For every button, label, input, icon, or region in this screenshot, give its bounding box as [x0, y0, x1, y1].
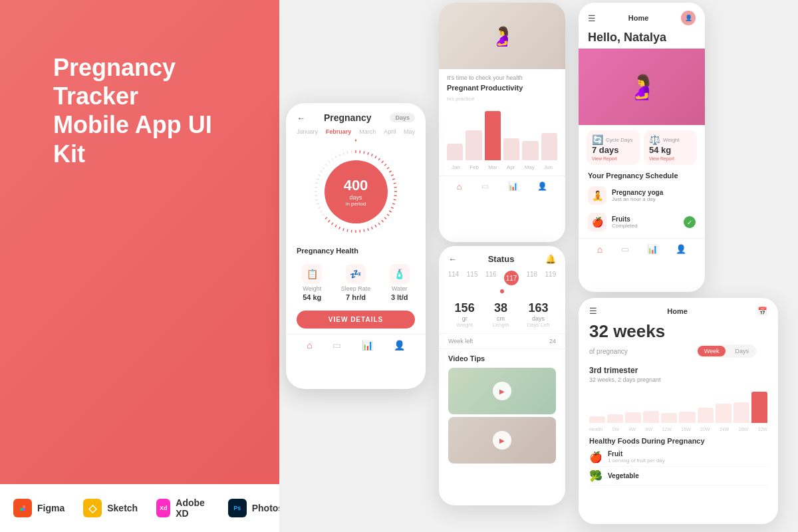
nav4-chart-icon[interactable]: 📊	[647, 244, 658, 255]
svg-line-27	[378, 223, 380, 225]
label-20w: 20W	[700, 427, 710, 432]
weight-link[interactable]: View Report	[649, 156, 692, 161]
phone4-nav-label: Home	[628, 14, 649, 22]
phone1-nav: ⌂ ▭ 📊 👤	[286, 334, 426, 353]
back-arrow-icon[interactable]: ←	[297, 113, 305, 123]
trimester-sub: 32 weeks, 2 days pregnant	[579, 376, 778, 386]
svg-line-7	[372, 154, 373, 156]
days-left-val: 163	[527, 301, 550, 315]
fruit-desc: 1 serving of fruit per day	[608, 458, 665, 464]
health-check-subtitle: It's time to check your health	[439, 69, 565, 82]
stat-weight: 📋 Weight 54 kg	[302, 264, 322, 301]
phone5-nav-label: Home	[667, 307, 688, 315]
weight-label: Weight	[303, 285, 321, 292]
month-feb[interactable]: February	[326, 128, 352, 135]
bar-may	[522, 141, 538, 160]
tool-bar: Figma ◇ Sketch Xd Adobe XD Ps Photoshop	[0, 484, 279, 532]
trimester-label: 3rd trimester	[579, 360, 778, 376]
num-118[interactable]: 118	[526, 271, 537, 285]
tool-figma: Figma	[13, 499, 65, 517]
water-icon: 🧴	[390, 264, 410, 284]
weight-val: 156	[455, 301, 475, 315]
nav2-home-icon[interactable]: ⌂	[457, 182, 462, 192]
bar-feb	[466, 130, 481, 160]
nav2-calendar-icon[interactable]: ▭	[481, 182, 489, 192]
preg-bar-2	[625, 412, 641, 423]
svg-line-5	[364, 151, 364, 154]
tab-days[interactable]: Days	[728, 346, 755, 356]
video-tips-title: Video Tips	[439, 349, 565, 365]
nav4-profile-icon[interactable]: 👤	[676, 244, 686, 255]
label-feb: Feb	[469, 164, 479, 170]
nav4-home-icon[interactable]: ⌂	[597, 244, 602, 255]
svg-line-59	[339, 154, 340, 156]
num-116[interactable]: 116	[485, 271, 497, 285]
nav-home-icon[interactable]: ⌂	[307, 340, 312, 350]
productivity-chart	[439, 103, 565, 163]
weeks-title: 32 weeks	[579, 319, 778, 344]
nav2-chart-icon[interactable]: 📊	[508, 182, 518, 192]
menu-icon[interactable]: ☰	[588, 13, 596, 23]
video-thumb-2[interactable]: ▶	[448, 417, 556, 464]
play-btn-1[interactable]: ▶	[493, 382, 511, 400]
svg-line-23	[389, 211, 391, 212]
label-32w: 32W	[758, 427, 767, 432]
month-mar[interactable]: March	[359, 128, 376, 135]
phone5-weeks: ☰ Home 📅 32 weeks of pregnancy Week Days…	[579, 298, 778, 524]
cycle-link[interactable]: View Report	[592, 156, 634, 161]
preg-bar-8	[733, 402, 749, 423]
greeting: Hello, Natalya	[579, 28, 705, 49]
view-details-button[interactable]: VIEW DETAILS	[297, 311, 415, 329]
xd-label: Adobe XD	[176, 497, 209, 519]
svg-line-9	[378, 158, 380, 160]
svg-line-50	[315, 183, 318, 184]
nav4-calendar-icon[interactable]: ▭	[621, 244, 629, 255]
month-apr[interactable]: April	[384, 128, 396, 135]
num-114[interactable]: 114	[448, 271, 460, 285]
back-arrow2-icon[interactable]: ←	[448, 254, 457, 264]
svg-line-40	[329, 220, 331, 222]
num-117-active[interactable]: 117	[504, 271, 519, 285]
status-stats: 156 gr Weight 38 cm Length 163 days Days…	[439, 296, 565, 334]
nav-profile-icon[interactable]: 👤	[394, 340, 405, 350]
ps-icon: Ps	[228, 499, 247, 517]
sketch-label: Sketch	[107, 503, 138, 513]
nav-calendar-icon[interactable]: ▭	[332, 340, 341, 350]
metric-cycle: 🔄 Cycle Days 7 days View Report	[587, 130, 640, 165]
week-tabs: Week Days	[696, 344, 757, 358]
label-may: May	[525, 164, 535, 170]
svg-line-52	[318, 175, 321, 176]
num-119[interactable]: 119	[545, 271, 557, 285]
menu-icon2[interactable]: ☰	[589, 306, 597, 316]
metrics-row: 🔄 Cycle Days 7 days View Report ⚖️ Weigh…	[579, 125, 705, 168]
sleep-icon: 💤	[346, 264, 366, 284]
num-115[interactable]: 115	[467, 271, 478, 285]
calendar-icon[interactable]: 📅	[757, 307, 767, 316]
svg-line-28	[375, 225, 376, 227]
month-jan[interactable]: January	[297, 128, 318, 135]
hero-title: Pregnancy Tracker Mobile App UI Kit	[27, 27, 253, 168]
chart-labels-row: Health 0W 4W 6W 12W 16W 20W 24W 28W 32W	[579, 426, 778, 433]
nav-chart-icon[interactable]: 📊	[362, 340, 373, 350]
tab-week[interactable]: Week	[698, 346, 726, 356]
play-btn-2[interactable]: ▶	[493, 431, 511, 450]
svg-line-21	[392, 203, 395, 204]
figma-label: Figma	[37, 503, 65, 513]
nav2-profile-icon[interactable]: 👤	[537, 182, 547, 192]
svg-line-56	[329, 161, 331, 163]
length-unit: cm	[493, 315, 509, 322]
bell-icon[interactable]: 🔔	[545, 254, 556, 264]
phone1-header: ← Pregnancy Days	[286, 103, 426, 126]
healthy-items: 🍎 Fruit 1 serving of fruit per day 🥦 Veg…	[579, 448, 778, 485]
month-may[interactable]: May	[404, 128, 415, 135]
health-stats: 📋 Weight 54 kg 💤 Sleep Rate 7 hr/d 🧴 Wat…	[286, 260, 426, 305]
svg-line-30	[368, 228, 368, 231]
svg-line-39	[332, 223, 333, 225]
label-6w: 6W	[646, 427, 653, 432]
water-value: 3 lt/d	[391, 293, 408, 301]
video-thumb-1[interactable]: ▶	[448, 368, 556, 414]
svg-line-45	[317, 203, 319, 204]
svg-line-31	[364, 229, 364, 232]
svg-line-26	[382, 220, 384, 222]
phone4-nav: ⌂ ▭ 📊 👤	[579, 238, 705, 257]
